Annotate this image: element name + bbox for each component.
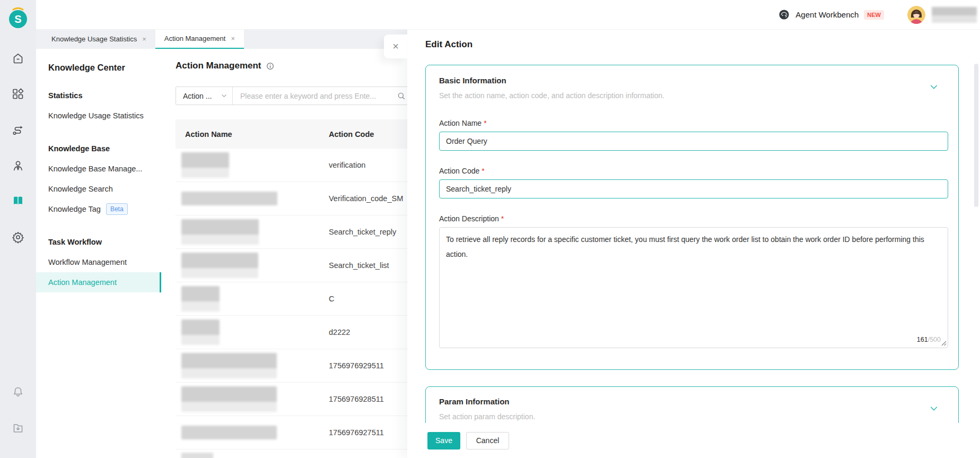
action-code-cell: 1756976928511	[329, 395, 384, 403]
settings-gear-icon[interactable]	[12, 231, 24, 244]
action-code-input[interactable]	[439, 179, 948, 198]
sidebar-item-knowledge-usage-statistics[interactable]: Knowledge Usage Statistics	[36, 106, 161, 126]
action-code-cell: 1756976927511	[329, 428, 384, 437]
agent-workbench-link[interactable]: Agent Workbench	[795, 10, 859, 19]
table-row[interactable]: Search_ticket_list	[176, 249, 407, 282]
redacted-action-name	[181, 453, 213, 458]
app-root: S	[0, 0, 980, 458]
nav-section-heading-knowledge-base: Knowledge Base	[36, 139, 161, 159]
action-code-cell: Search_ticket_reply	[329, 228, 396, 236]
required-mark: *	[482, 167, 484, 175]
redacted-action-name	[181, 426, 277, 439]
param-information-heading: Param Information	[439, 397, 948, 406]
sidebar-item-knowledge-tag[interactable]: Knowledge TagBeta	[36, 199, 161, 219]
table-row[interactable]	[176, 450, 407, 458]
cancel-button[interactable]: Cancel	[466, 432, 509, 450]
table-row[interactable]: C	[176, 282, 407, 316]
table-row[interactable]: verification	[176, 149, 407, 182]
info-icon[interactable]	[266, 62, 275, 71]
logo-arc	[13, 8, 23, 10]
action-description-label: Action Description*	[439, 214, 948, 223]
action-management-panel: Action Management Action ...	[161, 49, 407, 458]
sidebar-item-label: Workflow Management	[48, 258, 127, 266]
vertical-scrollbar[interactable]	[974, 64, 978, 207]
table-row[interactable]: 1756976928511	[176, 383, 407, 416]
column-header-action-name: Action Name	[176, 130, 329, 139]
action-code-cell: verification	[329, 161, 365, 169]
sidebar-item-knowledge-search[interactable]: Knowledge Search	[36, 179, 161, 199]
redacted-action-name	[181, 386, 277, 412]
tab-close-icon[interactable]: ×	[142, 35, 146, 43]
tab-action-management[interactable]: Action Management ×	[155, 29, 244, 49]
agent-headset-icon[interactable]	[778, 8, 790, 21]
table-row[interactable]: Search_ticket_reply	[176, 215, 407, 249]
search-field-value: Action ...	[183, 92, 212, 100]
knowledge-book-icon[interactable]	[12, 194, 24, 207]
redacted-username	[932, 7, 977, 23]
tab-label: Knowledge Usage Statistics	[51, 35, 137, 43]
redacted-action-name	[181, 219, 259, 245]
save-button[interactable]: Save	[427, 432, 460, 450]
action-name-label: Action Name*	[439, 119, 948, 127]
sidebar-item-knowledge-base-manage[interactable]: Knowledge Base Manage...	[36, 159, 161, 179]
table-row[interactable]: 1756976927511	[176, 416, 407, 450]
param-information-subtitle: Set action param description.	[439, 412, 948, 421]
workbench-group: Agent Workbench NEW	[778, 6, 980, 24]
sidebar-item-label: Knowledge Usage Statistics	[48, 111, 144, 120]
redacted-action-name	[181, 319, 220, 345]
table-row[interactable]: d2222	[176, 316, 407, 349]
tab-label: Action Management	[164, 34, 226, 42]
user-icon[interactable]	[12, 159, 24, 172]
search-field-select[interactable]: Action ...	[176, 87, 233, 105]
tab-knowledge-usage-statistics[interactable]: Knowledge Usage Statistics ×	[42, 29, 155, 49]
sidebar-item-label: Action Management	[48, 278, 117, 287]
sidebar-item-label: Knowledge Tag	[48, 205, 101, 213]
user-avatar[interactable]	[907, 6, 925, 24]
action-name-cell	[176, 386, 329, 412]
basic-information-subtitle: Set the action name, action code, and ac…	[439, 91, 948, 100]
table-row[interactable]: Verification_code_SM	[176, 182, 407, 215]
redacted-action-name	[181, 192, 277, 205]
close-icon[interactable]: ×	[384, 34, 407, 58]
action-code-cell: d2222	[329, 328, 350, 336]
basic-information-heading: Basic Information	[439, 76, 948, 85]
action-description-textarea[interactable]: To retrieve all reply records for a spec…	[439, 227, 948, 348]
basic-information-card: Basic Information Set the action name, a…	[425, 65, 959, 370]
search-bar: Action ...	[176, 87, 407, 105]
apps-grid-icon[interactable]	[12, 88, 24, 100]
nav-section-heading-task-workflow: Task Workflow	[36, 232, 161, 252]
search-icon[interactable]	[397, 91, 406, 101]
action-code-label: Action Code*	[439, 167, 948, 175]
download-tray-icon[interactable]	[12, 421, 24, 434]
redacted-action-name	[181, 286, 220, 312]
icon-rail: S	[0, 0, 36, 458]
resize-handle-icon[interactable]	[941, 340, 947, 346]
search-input[interactable]	[233, 92, 397, 100]
sidebar-item-action-management[interactable]: Action Management	[36, 272, 161, 292]
redacted-action-name	[181, 152, 229, 178]
actions-table: Action Name Action Code verificationVeri…	[176, 119, 407, 458]
char-counter: 161/500	[915, 336, 941, 343]
collapse-chevron-icon[interactable]	[930, 83, 938, 91]
action-code-cell: Verification_code_SM	[329, 194, 403, 203]
nav-title: Knowledge Center	[48, 63, 161, 73]
required-mark: *	[484, 119, 486, 127]
sidebar-item-workflow-management[interactable]: Workflow Management	[36, 252, 161, 272]
app-logo[interactable]: S	[7, 6, 29, 29]
sidebar-item-label: Knowledge Search	[48, 185, 113, 193]
action-name-cell	[176, 319, 329, 345]
collapse-chevron-icon[interactable]	[930, 404, 938, 413]
table-body: verificationVerification_code_SMSearch_t…	[176, 149, 407, 458]
action-description-wrap: To retrieve all reply records for a spec…	[439, 227, 948, 348]
redacted-action-name	[181, 253, 258, 278]
action-name-input[interactable]	[439, 132, 948, 151]
home-icon[interactable]	[12, 52, 24, 65]
notification-bell-icon[interactable]	[12, 385, 24, 398]
table-header: Action Name Action Code	[176, 119, 407, 149]
table-row[interactable]: 1756976929511	[176, 349, 407, 383]
knowledge-center-nav: Knowledge Center StatisticsKnowledge Usa…	[36, 49, 161, 458]
action-name-cell	[176, 353, 329, 378]
tab-close-icon[interactable]: ×	[231, 34, 235, 42]
page-title-text: Action Management	[176, 61, 261, 71]
workflow-route-icon[interactable]	[12, 124, 24, 136]
